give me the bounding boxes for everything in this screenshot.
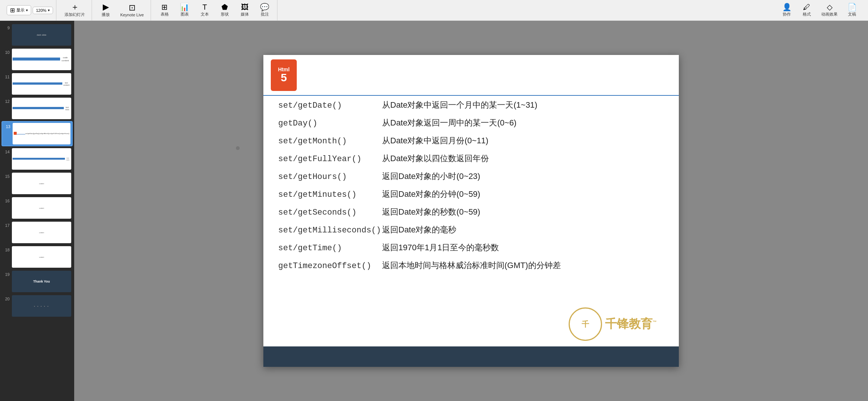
watermark-circle: 千 — [569, 307, 602, 341]
slide-panel: 9 dark slide 10 code content 11 text con… — [0, 21, 74, 401]
toolbar: ⊞ 显示 ▾ 120% ▾ ＋ 添加幻灯片 ▶ 播放 ⊡ Keynote Liv… — [0, 0, 868, 21]
slide-thumb-16[interactable]: 16 content — [1, 196, 73, 220]
method-name-0: set/getDate() — [278, 101, 382, 110]
animate-label: 动画效果 — [821, 12, 838, 17]
shape-label: 形状 — [221, 12, 229, 17]
chart-label: 图表 — [181, 12, 189, 17]
method-name-8: set/getTime() — [278, 244, 382, 253]
slide-thumb-10[interactable]: 10 code content — [1, 48, 73, 71]
view-label: 显示 — [16, 7, 24, 13]
right-tools-group: 👤 协作 🖊 格式 ◇ 动画效果 📄 文稿 — [775, 0, 864, 20]
slide-content: set/getDate() 从Date对象中返回一个月中的某一天(1~31) g… — [278, 100, 664, 337]
view-zoom-group: ⊞ 显示 ▾ 120% ▾ — [4, 0, 56, 20]
slide-preview-11: text content — [12, 73, 71, 95]
zoom-value: 120% — [36, 8, 46, 13]
slide-thumb-20[interactable]: 20 • • • • • — [1, 294, 73, 318]
html5-badge: Html 5 — [271, 59, 297, 91]
media-button[interactable]: 🖼 媒体 — [236, 2, 254, 19]
method-name-2: set/getMonth() — [278, 137, 382, 146]
slide-preview-19: Thank You — [12, 271, 71, 292]
method-desc-3: 从Date对象以四位数返回年份 — [382, 153, 489, 164]
method-desc-4: 返回Date对象的小时(0~23) — [382, 171, 480, 182]
plus-icon: ＋ — [71, 3, 79, 11]
cursor-indicator — [236, 146, 240, 150]
play-icon: ▶ — [103, 3, 109, 11]
keynote-live-icon: ⊡ — [129, 4, 135, 12]
chart-button[interactable]: 📊 图表 — [175, 2, 194, 19]
method-desc-6: 返回Date对象的秒数(0~59) — [382, 206, 480, 218]
slide-thumb-18[interactable]: 18 content — [1, 245, 73, 269]
slide-thumb-9[interactable]: 9 dark slide — [1, 23, 73, 47]
slide-canvas[interactable]: Html 5 set/getDate() 从Date对象中返回一个月中的某一天(… — [263, 55, 679, 367]
slide-footer — [263, 346, 679, 367]
method-name-4: set/getHours() — [278, 172, 382, 182]
format-button[interactable]: 🖊 格式 — [798, 2, 816, 19]
slide-thumb-17[interactable]: 17 content — [1, 221, 73, 244]
collab-button[interactable]: 👤 协作 — [777, 2, 796, 19]
play-group: ▶ 播放 ⊡ Keynote Live — [93, 0, 151, 20]
slide-preview-12: text rows — [12, 98, 71, 119]
play-label: 播放 — [102, 12, 110, 17]
doc-button[interactable]: 📄 文稿 — [843, 2, 861, 19]
watermark-inner-text: 千 — [582, 319, 589, 329]
slide-preview-20: • • • • • — [12, 295, 71, 317]
view-button[interactable]: ⊞ 显示 ▾ — [7, 5, 31, 15]
media-label: 媒体 — [241, 12, 249, 17]
play-button[interactable]: ▶ 播放 — [96, 1, 115, 19]
method-name-3: set/getFullYear() — [278, 154, 382, 164]
method-desc-2: 从Date对象中返回月份(0~11) — [382, 135, 489, 146]
table-icon: ⊞ — [161, 3, 168, 11]
method-name-6: set/getSeconds() — [278, 208, 382, 217]
watermark-brand-text: 千锋教育™ — [605, 316, 657, 332]
method-row-3: set/getFullYear() 从Date对象以四位数返回年份 — [278, 153, 664, 164]
badge-5-text: 5 — [281, 72, 287, 83]
method-row-6: set/getSeconds() 返回Date对象的秒数(0~59) — [278, 206, 664, 218]
method-desc-5: 返回Date对象的分钟(0~59) — [382, 189, 480, 200]
slide-thumb-11[interactable]: 11 text content — [1, 72, 73, 96]
slide-thumb-14[interactable]: 14 text rows — [1, 147, 73, 171]
animate-button[interactable]: ◇ 动画效果 — [818, 2, 841, 19]
slide-preview-18: content — [12, 246, 71, 268]
watermark: 千 千锋教育™ — [569, 307, 657, 341]
method-row-2: set/getMonth() 从Date对象中返回月份(0~11) — [278, 135, 664, 146]
chart-icon: 📊 — [180, 3, 189, 11]
zoom-button[interactable]: 120% ▾ — [33, 7, 53, 14]
text-icon: T — [203, 3, 207, 11]
slide-thumb-13[interactable]: 13 set/getDate()getDay()set/getMonth()se… — [1, 121, 73, 146]
slide-thumb-12[interactable]: 12 text rows — [1, 97, 73, 120]
doc-label: 文稿 — [848, 12, 856, 17]
add-slide-button[interactable]: ＋ 添加幻灯片 — [61, 1, 89, 19]
collab-icon: 👤 — [782, 3, 792, 11]
method-name-9: getTimezoneOffset() — [278, 261, 382, 271]
format-label: 格式 — [803, 12, 811, 17]
add-slide-label: 添加幻灯片 — [65, 12, 85, 17]
slide-preview-14: text rows — [12, 148, 71, 170]
shape-icon: ⬟ — [221, 3, 228, 11]
method-row-8: set/getTime() 返回1970年1月1日至今的毫秒数 — [278, 242, 664, 253]
keynote-live-label: Keynote Live — [120, 13, 144, 17]
method-row-9: getTimezoneOffset() 返回本地时间与格林威治标准时间(GMT)… — [278, 260, 664, 271]
method-desc-7: 返回Date对象的毫秒 — [382, 224, 456, 235]
main-canvas-area: Html 5 set/getDate() 从Date对象中返回一个月中的某一天(… — [74, 21, 868, 401]
keynote-live-button[interactable]: ⊡ Keynote Live — [116, 2, 148, 19]
slide-thumb-15[interactable]: 15 content — [1, 172, 73, 195]
method-desc-0: 从Date对象中返回一个月中的某一天(1~31) — [382, 100, 537, 111]
method-desc-9: 返回本地时间与格林威治标准时间(GMT)的分钟差 — [382, 260, 561, 271]
slide-preview-16: content — [12, 197, 71, 219]
comment-label: 批注 — [261, 12, 269, 17]
slide-preview-10: code content — [12, 49, 71, 70]
slide-header: Html 5 — [263, 55, 679, 96]
method-row-5: set/getMinutes() 返回Date对象的分钟(0~59) — [278, 189, 664, 200]
text-button[interactable]: T 文本 — [195, 2, 214, 19]
add-slide-group: ＋ 添加幻灯片 — [58, 0, 92, 20]
insert-group: ⊞ 表格 📊 图表 T 文本 ⬟ 形状 🖼 媒体 💬 批注 — [152, 0, 277, 20]
shape-button[interactable]: ⬟ 形状 — [216, 2, 234, 19]
comment-button[interactable]: 💬 批注 — [256, 2, 274, 19]
animate-icon: ◇ — [827, 3, 832, 11]
thankyou-thumb: Thank You — [12, 271, 71, 292]
slide-preview-13: set/getDate()getDay()set/getMonth()set/g… — [13, 123, 70, 144]
slide-thumb-19[interactable]: 19 Thank You — [1, 270, 73, 293]
method-row-0: set/getDate() 从Date对象中返回一个月中的某一天(1~31) — [278, 100, 664, 111]
method-row-4: set/getHours() 返回Date对象的小时(0~23) — [278, 171, 664, 182]
table-button[interactable]: ⊞ 表格 — [155, 2, 174, 19]
